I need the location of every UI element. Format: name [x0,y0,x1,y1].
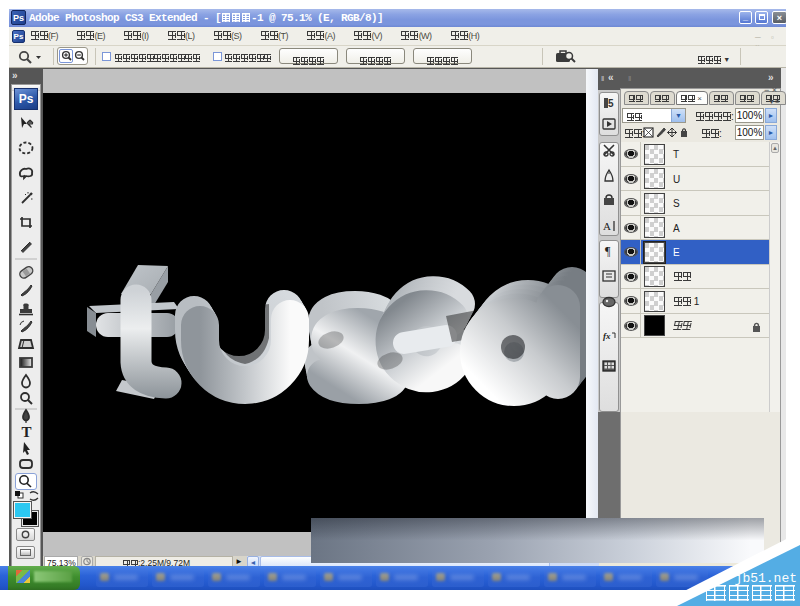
svg-text:T: T [22,424,32,440]
svg-text:fx: fx [603,331,611,341]
svg-text:5: 5 [608,98,614,109]
svg-text:¶: ¶ [605,244,611,258]
svg-text:A: A [603,220,611,232]
